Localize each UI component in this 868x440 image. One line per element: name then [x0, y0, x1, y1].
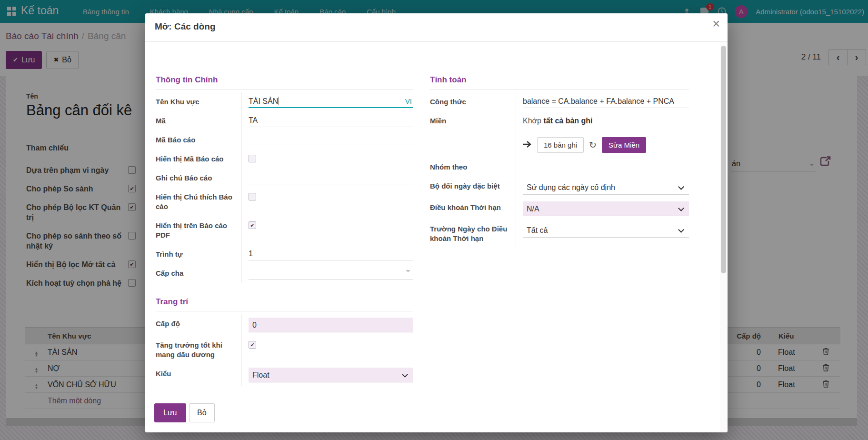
edit-domain-button[interactable]: Sửa Miền [602, 137, 646, 153]
field-row-date-changer: Bộ đổi ngày đặc biệt Sử dụng các ngày cố… [430, 177, 689, 198]
modal-left-column: Thông tin Chính Tên Khu vực TÀI SẢN VI M… [156, 42, 413, 386]
level-input[interactable]: 0 [249, 318, 413, 332]
modal-dialog: Mở: Các dòng × Thông tin Chính Tên Khu v… [145, 13, 728, 432]
field-row-show-report-code: Hiển thị Mã Báo cáo [156, 150, 413, 169]
field-row-report-note: Ghi chú Báo cáo [156, 169, 413, 188]
modal-right-column: Tính toán Công thức balance = CA.balance… [430, 42, 689, 248]
show-pdf-checkbox[interactable]: ✔ [249, 221, 256, 229]
screen: Kế toán Bảng thông tin Khách hàng Nhà cu… [0, 0, 868, 440]
show-report-code-checkbox[interactable] [249, 155, 256, 162]
term-select[interactable]: N/A [523, 201, 689, 216]
field-row-region-name: Tên Khu vực TÀI SẢN VI [156, 92, 413, 111]
close-icon[interactable]: × [712, 17, 720, 31]
translation-badge[interactable]: VI [405, 96, 412, 107]
field-row-show-report-note: Hiển thị Chú thích Báo cáo [156, 188, 413, 216]
field-row-parent: Cấp cha [156, 264, 413, 283]
domain-match-text: Khớp tất cả bản ghi [523, 115, 689, 127]
record-count-button[interactable]: 16 bản ghi [537, 137, 584, 153]
modal-title: Mở: Các dòng [155, 21, 216, 32]
date-changer-select[interactable]: Sử dụng các ngày cố định [523, 180, 689, 195]
sequence-input[interactable]: 1 [249, 248, 413, 260]
field-row-domain: Miền Khớp tất cả bản ghi [430, 111, 689, 130]
field-row-show-pdf: Hiển thị trên Báo cáo PDF ✔ [156, 216, 413, 245]
region-name-input[interactable]: TÀI SẢN VI [249, 96, 413, 108]
field-row-report-code: Mã Báo cáo [156, 130, 413, 150]
term-date-field-select[interactable]: Tất cả [523, 223, 689, 238]
field-row-groupby: Nhóm theo [430, 158, 689, 177]
field-row-term: Điều khoản Thời hạn N/A [430, 198, 689, 220]
section-computation: Tính toán [430, 75, 689, 90]
groupby-value[interactable] [516, 158, 689, 177]
modal-footer: Lưu Bỏ [145, 394, 728, 432]
dropdown-caret-icon[interactable] [406, 270, 410, 272]
arrow-right-icon [523, 140, 532, 150]
type-select[interactable]: Float [249, 368, 413, 382]
formula-input[interactable]: balance = CA.balance + FA.balance + PNCA [523, 96, 689, 108]
field-row-term-date-field: Trường Ngày cho Điều khoản Thời hạn Tất … [430, 220, 689, 248]
field-row-sequence: Trình tự 1 [156, 245, 413, 264]
modal-header: Mở: Các dòng × [145, 13, 728, 42]
modal-scrollbar-track[interactable] [720, 42, 727, 432]
modal-scrollbar-thumb[interactable] [721, 46, 726, 273]
field-row-growth: Tăng trưởng tốt khi mang dấu dương ✔ [156, 336, 413, 364]
growth-checkbox[interactable]: ✔ [249, 341, 256, 349]
modal-save-button[interactable]: Lưu [154, 403, 186, 422]
field-row-type: Kiểu Float [156, 364, 413, 386]
field-row-code: Mã TA [156, 111, 413, 130]
show-report-note-checkbox[interactable] [249, 193, 256, 200]
report-note-input[interactable] [249, 172, 413, 184]
field-row-formula: Công thức balance = CA.balance + FA.bala… [430, 92, 689, 111]
modal-discard-button[interactable]: Bỏ [189, 403, 215, 422]
field-row-level: Cấp độ 0 [156, 314, 413, 336]
field-row-domain-actions: 16 bản ghi ↻ Sửa Miền [430, 130, 689, 158]
text-cursor [279, 97, 279, 105]
parent-input[interactable] [249, 267, 413, 280]
code-input[interactable]: TA [249, 115, 413, 127]
section-main-info: Thông tin Chính [156, 75, 413, 90]
report-code-input[interactable] [249, 134, 413, 146]
section-decoration: Trang trí [156, 297, 413, 311]
refresh-icon[interactable]: ↻ [589, 140, 597, 150]
